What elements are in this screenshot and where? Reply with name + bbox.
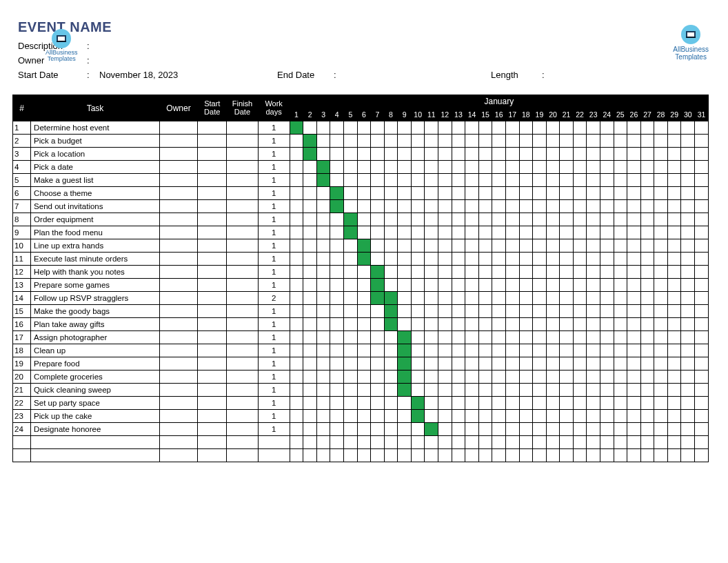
gantt-cell[interactable]	[492, 371, 506, 384]
gantt-cell[interactable]	[357, 266, 371, 279]
gantt-cell[interactable]	[438, 423, 452, 436]
gantt-cell[interactable]	[398, 226, 412, 239]
gantt-cell[interactable]	[438, 253, 452, 266]
gantt-cell[interactable]	[587, 344, 600, 357]
empty-cell[interactable]	[505, 449, 519, 462]
gantt-cell[interactable]	[452, 200, 465, 213]
gantt-cell[interactable]	[452, 318, 465, 331]
gantt-cell[interactable]	[290, 423, 303, 436]
gantt-cell[interactable]	[330, 161, 344, 174]
task-finish-date[interactable]	[227, 410, 258, 423]
gantt-cell[interactable]	[560, 357, 574, 371]
gantt-cell[interactable]	[357, 253, 371, 266]
task-start-date[interactable]	[198, 200, 227, 213]
gantt-cell[interactable]	[573, 121, 587, 135]
gantt-cell[interactable]	[357, 292, 371, 305]
gantt-cell[interactable]	[357, 187, 371, 200]
row-number[interactable]: 21	[13, 384, 31, 397]
task-start-date[interactable]	[198, 174, 227, 187]
gantt-cell[interactable]	[614, 344, 627, 357]
gantt-cell[interactable]	[371, 226, 385, 239]
gantt-cell[interactable]	[560, 397, 574, 410]
gantt-cell[interactable]	[667, 331, 681, 344]
gantt-cell[interactable]	[587, 200, 600, 213]
gantt-cell[interactable]	[573, 200, 587, 213]
gantt-cell[interactable]	[573, 187, 587, 200]
gantt-cell[interactable]	[573, 253, 587, 266]
gantt-cell[interactable]	[478, 213, 492, 226]
task-name[interactable]: Follow up RSVP stragglers	[31, 292, 160, 305]
empty-cell[interactable]	[587, 436, 600, 449]
gantt-cell[interactable]	[425, 410, 438, 423]
gantt-cell[interactable]	[425, 200, 438, 213]
gantt-cell[interactable]	[614, 331, 627, 344]
gantt-cell[interactable]	[546, 318, 560, 331]
gantt-cell[interactable]	[303, 187, 317, 200]
gantt-cell[interactable]	[411, 279, 425, 292]
gantt-cell[interactable]	[600, 357, 614, 371]
gantt-cell[interactable]	[546, 344, 560, 357]
empty-cell[interactable]	[640, 449, 654, 462]
gantt-cell[interactable]	[478, 174, 492, 187]
task-finish-date[interactable]	[227, 384, 258, 397]
gantt-cell[interactable]	[290, 410, 303, 423]
task-start-date[interactable]	[198, 148, 227, 161]
gantt-cell[interactable]	[492, 200, 506, 213]
gantt-cell[interactable]	[627, 292, 641, 305]
gantt-cell[interactable]	[330, 318, 344, 331]
gantt-cell[interactable]	[344, 148, 358, 161]
gantt-cell[interactable]	[519, 344, 533, 357]
gantt-cell[interactable]	[640, 174, 654, 187]
gantt-cell[interactable]	[614, 213, 627, 226]
gantt-cell[interactable]	[438, 344, 452, 357]
gantt-cell[interactable]	[640, 371, 654, 384]
gantt-cell[interactable]	[505, 279, 519, 292]
gantt-cell[interactable]	[371, 135, 385, 148]
gantt-cell[interactable]	[681, 344, 695, 357]
task-work-days[interactable]: 1	[258, 318, 290, 331]
gantt-cell[interactable]	[465, 384, 479, 397]
gantt-cell[interactable]	[398, 187, 412, 200]
gantt-cell[interactable]	[614, 200, 627, 213]
gantt-cell[interactable]	[452, 135, 465, 148]
gantt-cell[interactable]	[546, 266, 560, 279]
gantt-cell[interactable]	[667, 187, 681, 200]
gantt-cell[interactable]	[695, 161, 709, 174]
gantt-cell[interactable]	[371, 357, 385, 371]
gantt-cell[interactable]	[533, 397, 547, 410]
gantt-cell[interactable]	[384, 397, 398, 410]
gantt-cell[interactable]	[330, 292, 344, 305]
gantt-cell[interactable]	[627, 410, 641, 423]
gantt-cell[interactable]	[452, 305, 465, 318]
task-name[interactable]: Pick up the cake	[31, 410, 160, 423]
gantt-cell[interactable]	[654, 187, 668, 200]
gantt-cell[interactable]	[492, 318, 506, 331]
row-number[interactable]: 22	[13, 397, 31, 410]
gantt-cell[interactable]	[600, 253, 614, 266]
gantt-cell[interactable]	[411, 174, 425, 187]
gantt-cell[interactable]	[505, 305, 519, 318]
gantt-cell[interactable]	[290, 397, 303, 410]
gantt-cell[interactable]	[398, 397, 412, 410]
gantt-cell[interactable]	[492, 279, 506, 292]
gantt-cell[interactable]	[546, 410, 560, 423]
task-finish-date[interactable]	[227, 135, 258, 148]
gantt-cell[interactable]	[627, 121, 641, 135]
task-owner[interactable]	[159, 279, 197, 292]
gantt-cell[interactable]	[438, 121, 452, 135]
gantt-cell[interactable]	[614, 266, 627, 279]
empty-cell[interactable]	[371, 436, 385, 449]
gantt-cell[interactable]	[465, 266, 479, 279]
gantt-cell[interactable]	[627, 331, 641, 344]
gantt-cell[interactable]	[425, 305, 438, 318]
gantt-cell[interactable]	[492, 357, 506, 371]
task-start-date[interactable]	[198, 410, 227, 423]
gantt-cell[interactable]	[452, 226, 465, 239]
task-work-days[interactable]: 1	[258, 331, 290, 344]
gantt-cell[interactable]	[344, 410, 358, 423]
empty-cell[interactable]	[227, 449, 258, 462]
gantt-cell[interactable]	[465, 226, 479, 239]
gantt-cell[interactable]	[398, 148, 412, 161]
task-work-days[interactable]: 1	[258, 384, 290, 397]
gantt-cell[interactable]	[478, 371, 492, 384]
